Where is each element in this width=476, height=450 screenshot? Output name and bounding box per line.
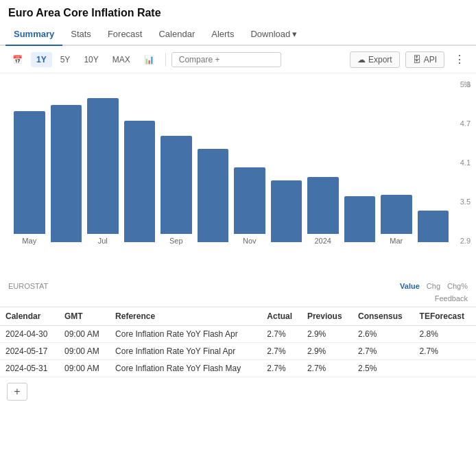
bar-group (418, 211, 449, 245)
bar-group (51, 105, 82, 245)
bar (51, 105, 82, 242)
chart-type-icon[interactable]: 📊 (139, 52, 160, 67)
bar (307, 177, 339, 234)
table-cell: 2.5% (353, 360, 414, 377)
table-cell: 2.8% (414, 326, 476, 343)
compare-input[interactable] (171, 52, 281, 67)
chart-footer: EUROSTAT Value Chg Chg% (0, 279, 476, 293)
table-cell: 09:00 AM (59, 360, 110, 377)
bar-group: Sep (160, 136, 192, 245)
calendar-icon[interactable]: 📅 (7, 52, 28, 67)
legend-value[interactable]: Value (400, 282, 420, 290)
table-cell: 09:00 AM (59, 343, 110, 360)
col-reference: Reference (110, 307, 261, 326)
bar-group: May (14, 111, 45, 245)
tab-stats[interactable]: Stats (62, 23, 99, 46)
legend-chgpct[interactable]: Chg% (447, 282, 468, 290)
chevron-down-icon: ▾ (292, 29, 297, 39)
bar (87, 98, 119, 234)
y-axis-tick: 3.5 (450, 198, 471, 206)
y-axis: 5.34.74.13.52.9 (450, 80, 471, 245)
table-cell: 2.6% (353, 326, 414, 343)
table-cell: Core Inflation Rate YoY Flash May (110, 360, 261, 377)
bar (198, 149, 229, 242)
bar (234, 167, 265, 234)
bar-label: Mar (390, 237, 403, 245)
table-cell: 2.9% (302, 326, 353, 343)
bar-label: Nov (243, 237, 257, 245)
chart-source: EUROSTAT (8, 282, 48, 290)
bar-group (271, 180, 302, 245)
tab-bar: Summary Stats Forecast Calendar Alerts D… (0, 23, 476, 46)
bar-group: Nov (234, 167, 265, 245)
table-cell: 2.7% (261, 360, 302, 377)
bar-group: 2024 (307, 177, 339, 245)
bar-group (344, 196, 376, 245)
more-options-button[interactable]: ⋮ (450, 50, 469, 69)
bar (14, 111, 45, 234)
tab-calendar[interactable]: Calendar (150, 23, 203, 46)
bar-group (198, 149, 229, 245)
table-cell: 09:00 AM (59, 326, 110, 343)
add-row-button[interactable]: + (7, 383, 27, 401)
api-icon: 🗄 (413, 55, 421, 64)
period-5y[interactable]: 5Y (55, 52, 76, 67)
col-calendar: Calendar (0, 307, 59, 326)
table-header-row: Calendar GMT Reference Actual Previous C… (0, 307, 476, 326)
toolbar-right: ☁ Export 🗄 API ⋮ (350, 50, 469, 69)
table-cell: 2.7% (302, 360, 353, 377)
legend-chg[interactable]: Chg (427, 282, 440, 290)
bar (418, 211, 449, 242)
bar-label: Jul (98, 237, 108, 245)
col-actual: Actual (261, 307, 302, 326)
chart-area: MayJulSepNov2024Mar5.34.74.13.52.9 (14, 80, 449, 245)
y-axis-tick: 2.9 (450, 237, 471, 245)
table-cell: 2.7% (261, 326, 302, 343)
bar-label: May (22, 237, 36, 245)
feedback-bar: Feedback (0, 293, 476, 307)
toolbar: 📅 1Y 5Y 10Y MAX 📊 ☁ Export 🗄 API ⋮ (0, 46, 476, 73)
chart-wrapper: MayJulSepNov2024Mar5.34.74.13.52.9 (14, 80, 449, 245)
period-1y[interactable]: 1Y (31, 52, 52, 67)
export-icon: ☁ (357, 55, 366, 64)
bar-label: Sep (169, 237, 183, 245)
export-button[interactable]: ☁ Export (350, 51, 400, 68)
col-teforecast: TEForecast (414, 307, 476, 326)
col-consensus: Consensus (353, 307, 414, 326)
table-cell: 2024-05-31 (0, 360, 59, 377)
period-max[interactable]: MAX (107, 52, 136, 67)
table-cell: 2.7% (261, 343, 302, 360)
y-axis-tick: 4.1 (450, 158, 471, 167)
bar-label: 2024 (315, 237, 331, 245)
bar (344, 196, 376, 242)
bar (381, 195, 412, 235)
bar (160, 136, 192, 234)
col-gmt: GMT (59, 307, 110, 326)
table-cell: 2024-05-17 (0, 343, 59, 360)
page-title: Euro Area Core Inflation Rate (0, 0, 476, 23)
data-table: Calendar GMT Reference Actual Previous C… (0, 307, 476, 377)
table-cell: 2.7% (414, 343, 476, 360)
table-cell: Core Inflation Rate YoY Flash Apr (110, 326, 261, 343)
table-cell: 2.7% (353, 343, 414, 360)
tab-download[interactable]: Download ▾ (242, 23, 305, 46)
bar-group: Mar (381, 195, 412, 246)
bar-group (124, 121, 156, 245)
period-10y[interactable]: 10Y (78, 52, 104, 67)
col-previous: Previous (302, 307, 353, 326)
y-axis-tick: 4.7 (450, 119, 471, 128)
table-cell: 2024-04-30 (0, 326, 59, 343)
tab-summary[interactable]: Summary (5, 23, 62, 46)
chart-container: % MayJulSepNov2024Mar5.34.74.13.52.9 (0, 73, 476, 279)
table-row: 2024-05-3109:00 AMCore Inflation Rate Yo… (0, 360, 476, 377)
api-button[interactable]: 🗄 API (405, 51, 444, 68)
table-row: 2024-04-3009:00 AMCore Inflation Rate Yo… (0, 326, 476, 343)
table-row: 2024-05-1709:00 AMCore Inflation Rate Yo… (0, 343, 476, 360)
table-cell (414, 360, 476, 377)
tab-forecast[interactable]: Forecast (99, 23, 151, 46)
bar (124, 121, 156, 242)
bar (271, 180, 302, 242)
toolbar-divider (165, 53, 166, 67)
bar-group: Jul (87, 98, 119, 245)
tab-alerts[interactable]: Alerts (203, 23, 242, 46)
